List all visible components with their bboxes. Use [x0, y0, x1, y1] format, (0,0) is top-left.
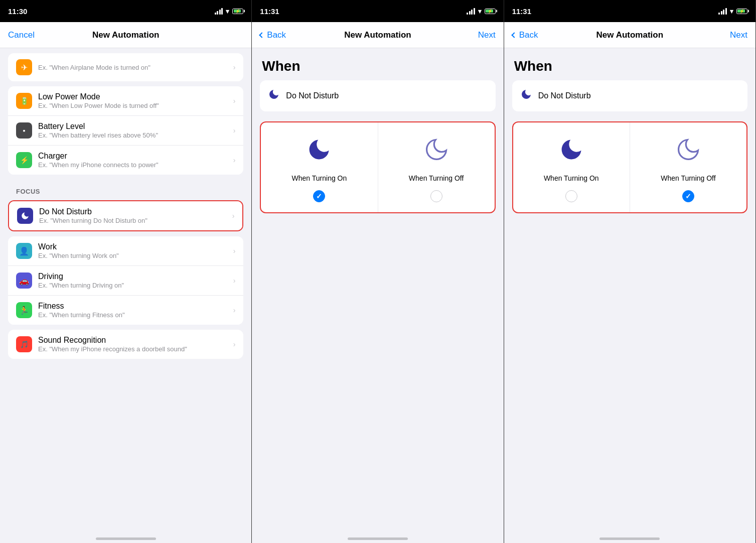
fitness-subtitle: Ex. "When turning Fitness on"	[38, 311, 229, 319]
status-bar-3: 11:31 ▾ ⚡	[504, 0, 755, 22]
content-1: ✈ Ex. "When Airplane Mode is turned on" …	[0, 48, 251, 529]
nav-title-1: New Automation	[38, 30, 213, 40]
radio-off-3[interactable]	[682, 190, 694, 202]
phone-panel-2: 11:31 ▾ ⚡ Back New Automation Next When	[252, 0, 504, 543]
dnd-title: Do Not Disturb	[39, 207, 228, 216]
list-item-sound[interactable]: 🎵 Sound Recognition Ex. "When my iPhone …	[8, 330, 243, 359]
other-card: 🎵 Sound Recognition Ex. "When my iPhone …	[8, 330, 243, 359]
chevron-right-icon: ›	[233, 97, 236, 105]
phone-panel-3: 11:31 ▾ ⚡ Back New Automation Next When	[504, 0, 756, 543]
charger-icon: ⚡	[16, 152, 32, 168]
chevron-right-icon: ›	[233, 306, 236, 314]
nav-bar-1: Cancel New Automation	[0, 22, 251, 48]
back-button-3[interactable]: Back	[512, 30, 542, 40]
battery-text: Battery Level Ex. "When battery level ri…	[38, 122, 229, 139]
dnd-label-3: Do Not Disturb	[538, 91, 591, 100]
fitness-text: Fitness Ex. "When turning Fitness on"	[38, 302, 229, 319]
sound-text: Sound Recognition Ex. "When my iPhone re…	[38, 336, 229, 353]
airplane-icon: ✈	[16, 59, 32, 75]
status-icons-2: ▾ ⚡	[467, 8, 496, 15]
charger-text: Charger Ex. "When my iPhone connects to …	[38, 152, 229, 169]
home-indicator-3	[504, 529, 755, 543]
chevron-left-icon-3	[511, 32, 517, 38]
dnd-list-item-selected[interactable]: Do Not Disturb Ex. "When turning Do Not …	[8, 200, 243, 231]
driving-subtitle: Ex. "When turning Driving on"	[38, 282, 229, 289]
back-button-2[interactable]: Back	[260, 30, 290, 40]
focus-card: 👤 Work Ex. "When turning Work on" › 🚗 Dr…	[8, 236, 243, 325]
list-item-work[interactable]: 👤 Work Ex. "When turning Work on" ›	[8, 236, 243, 266]
list-item-charger[interactable]: ⚡ Charger Ex. "When my iPhone connects t…	[8, 146, 243, 175]
chevron-right-icon: ›	[233, 63, 236, 71]
radio-on-3[interactable]	[565, 190, 577, 202]
lowpower-subtitle: Ex. "When Low Power Mode is turned off"	[38, 102, 229, 109]
lowpower-title: Low Power Mode	[38, 92, 229, 101]
airplane-text: Ex. "When Airplane Mode is turned on"	[38, 63, 229, 71]
battery-icon-1: ⚡	[232, 9, 243, 14]
work-text: Work Ex. "When turning Work on"	[38, 242, 229, 259]
status-icons-1: ▾ ⚡	[215, 8, 244, 15]
option-turning-off-2[interactable]: When Turning Off	[378, 122, 495, 212]
moon-outline-icon-2	[423, 137, 449, 168]
list-item-lowpower[interactable]: 🔋 Low Power Mode Ex. "When Low Power Mod…	[8, 86, 243, 116]
system-card-top: ✈ Ex. "When Airplane Mode is turned on" …	[8, 53, 243, 81]
list-item-airplane[interactable]: ✈ Ex. "When Airplane Mode is turned on" …	[8, 53, 243, 81]
chevron-right-icon: ›	[233, 126, 236, 134]
option-label-on-3: When Turning On	[544, 174, 599, 182]
home-indicator-1	[0, 529, 251, 543]
chevron-right-icon: ›	[233, 247, 236, 255]
moon-filled-icon-2	[306, 137, 332, 168]
list-item-driving[interactable]: 🚗 Driving Ex. "When turning Driving on" …	[8, 266, 243, 296]
chevron-left-icon-2	[259, 32, 265, 38]
when-title-3: When	[504, 48, 755, 80]
moon-filled-icon-3	[558, 137, 584, 168]
moon-outline-icon-3	[675, 137, 701, 168]
option-turning-off-3[interactable]: When Turning Off	[630, 122, 746, 212]
lowpower-icon: 🔋	[16, 93, 32, 109]
next-button-2[interactable]: Next	[466, 30, 496, 40]
dnd-moon-icon-2	[268, 88, 280, 103]
status-bar-1: 11:30 ▾ ⚡	[0, 0, 251, 22]
wifi-icon-3: ▾	[730, 8, 733, 15]
options-box-3: When Turning On When Turning Off	[512, 121, 747, 213]
battery-title: Battery Level	[38, 122, 229, 131]
when-title-2: When	[252, 48, 503, 80]
charger-title: Charger	[38, 152, 229, 161]
battery-icon-3: ⚡	[736, 9, 747, 14]
option-turning-on-3[interactable]: When Turning On	[513, 122, 630, 212]
dnd-subtitle: Ex. "When turning Do Not Disturb on"	[39, 217, 228, 224]
signal-icon-3	[718, 8, 727, 15]
nav-title-3: New Automation	[542, 30, 717, 40]
chevron-right-icon: ›	[233, 277, 236, 285]
chevron-right-icon: ›	[233, 340, 236, 348]
content-3: When Do Not Disturb When Turning On	[504, 48, 755, 529]
option-turning-on-2[interactable]: When Turning On	[261, 122, 378, 212]
content-2: When Do Not Disturb When Turning On	[252, 48, 503, 529]
options-box-2: When Turning On When Turning Off	[260, 121, 495, 213]
battery-level-icon: ▪	[16, 122, 32, 139]
radio-on-2[interactable]	[313, 190, 325, 202]
status-bar-2: 11:31 ▾ ⚡	[252, 0, 503, 22]
home-indicator-2	[252, 529, 503, 543]
option-label-on-2: When Turning On	[292, 174, 347, 182]
nav-bar-2: Back New Automation Next	[252, 22, 503, 48]
dnd-icon	[17, 208, 33, 224]
status-time-1: 11:30	[8, 7, 27, 16]
option-label-off-2: When Turning Off	[409, 174, 464, 182]
list-item-fitness[interactable]: 🏃 Fitness Ex. "When turning Fitness on" …	[8, 296, 243, 325]
nav-title-2: New Automation	[290, 30, 465, 40]
nav-bar-3: Back New Automation Next	[504, 22, 755, 48]
battery-subtitle: Ex. "When battery level rises above 50%"	[38, 131, 229, 139]
dnd-box-3: Do Not Disturb	[512, 80, 747, 111]
driving-title: Driving	[38, 272, 229, 281]
sound-title: Sound Recognition	[38, 336, 229, 345]
dnd-label-2: Do Not Disturb	[286, 91, 339, 100]
dnd-box-2: Do Not Disturb	[260, 80, 495, 111]
cancel-button[interactable]: Cancel	[8, 30, 38, 40]
driving-icon: 🚗	[16, 273, 32, 289]
list-item-dnd[interactable]: Do Not Disturb Ex. "When turning Do Not …	[9, 201, 242, 230]
lowpower-text: Low Power Mode Ex. "When Low Power Mode …	[38, 92, 229, 109]
list-item-battery[interactable]: ▪ Battery Level Ex. "When battery level …	[8, 116, 243, 146]
chevron-right-icon: ›	[233, 156, 236, 164]
next-button-3[interactable]: Next	[717, 30, 747, 40]
radio-off-2[interactable]	[430, 190, 442, 202]
